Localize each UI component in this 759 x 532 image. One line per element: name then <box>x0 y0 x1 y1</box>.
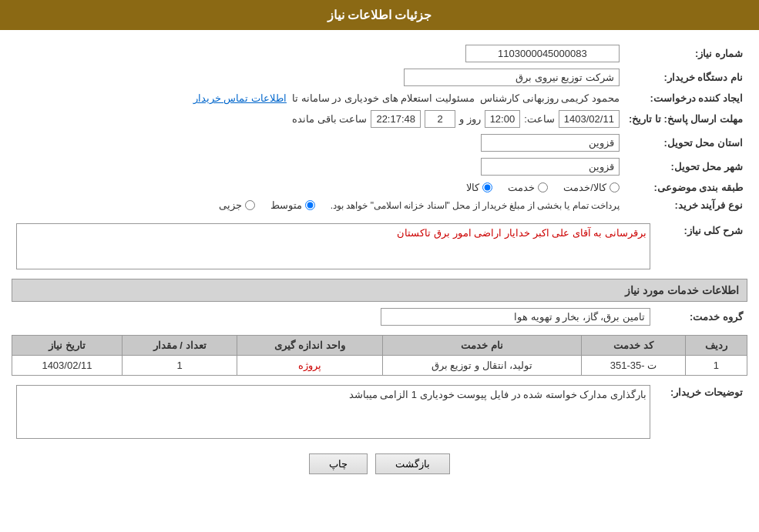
col-header-name: نام خدمت <box>382 336 581 356</box>
need-desc-table: شرح کلی نیاز: برقرسانی به آقای علی اکبر … <box>12 220 747 273</box>
province-value: قزوین <box>12 131 624 155</box>
bottom-buttons: بازگشت چاپ <box>12 453 747 474</box>
col-header-date: تاریخ نیاز <box>12 336 123 356</box>
send-remaining-label: ساعت باقی مانده <box>292 113 367 125</box>
send-time-label: ساعت: <box>524 113 555 125</box>
purchase-type-value: پرداخت تمام یا بخشی از مبلغ خریدار از مح… <box>12 196 624 214</box>
send-date-field: 1403/02/11 <box>559 110 620 128</box>
purchase-type-radio-jozei[interactable]: جزیی <box>219 199 255 211</box>
col-header-qty: تعداد / مقدار <box>122 336 237 356</box>
row-date: 1403/02/11 <box>12 356 123 376</box>
buyer-desc-table: توضیحات خریدار: بارگذاری مدارک خواسته شد… <box>12 382 747 442</box>
buyer-desc-area: بارگذاری مدارک خواسته شده در فایل پیوست … <box>16 385 650 439</box>
purchase-type-radio-motavaset-input[interactable] <box>305 200 315 210</box>
purchase-type-desc: پرداخت تمام یا بخشی از مبلغ خریدار از مح… <box>331 200 620 211</box>
need-number-label: شماره نیاز: <box>624 42 747 65</box>
category-khedmat-label: خدمت <box>508 182 535 193</box>
category-radio-khedmat[interactable]: خدمت <box>508 182 548 193</box>
category-kala-khedmat-label: کالا/خدمت <box>563 182 606 193</box>
need-desc-value: برقرسانی به آقای علی اکبر خدایار اراضی ا… <box>12 220 655 273</box>
purchase-type-jozei-label: جزیی <box>219 199 242 211</box>
service-group-value: تامین برق، گاز، بخار و تهویه هوا <box>12 305 655 329</box>
purchase-type-radio-motavaset[interactable]: متوسط <box>270 199 315 211</box>
col-header-row: ردیف <box>685 336 747 356</box>
creator-value: محمود کریمی روزبهانی کارشناس مسئولیت است… <box>12 89 624 107</box>
page-container: جزئیات اطلاعات نیاز شماره نیاز: 11030000… <box>0 0 759 532</box>
back-button[interactable]: بازگشت <box>375 453 450 474</box>
category-label: طبقه بندی موضوعی: <box>624 179 747 196</box>
page-header: جزئیات اطلاعات نیاز <box>0 0 759 30</box>
service-group-label: گروه خدمت: <box>655 305 747 329</box>
send-time-field: 12:00 <box>485 110 521 128</box>
need-desc-area: برقرسانی به آقای علی اکبر خدایار اراضی ا… <box>16 223 650 269</box>
category-kala-label: کالا <box>466 182 479 193</box>
buyer-org-field: شرکت توزیع نیروی برق <box>404 69 620 86</box>
print-button[interactable]: چاپ <box>309 453 368 474</box>
table-row: 1 ت -35-351 تولید، انتقال و توزیع برق پر… <box>12 356 747 376</box>
category-radio-kala-khedmat-input[interactable] <box>610 182 620 192</box>
row-code: ت -35-351 <box>582 356 686 376</box>
need-number-value: 1103000045000083 <box>12 42 624 65</box>
purchase-type-label: نوع فرآیند خرید: <box>624 196 747 214</box>
category-radio-kala[interactable]: کالا <box>466 182 492 193</box>
city-value: قزوین <box>12 155 624 179</box>
send-deadline-value: 1403/02/11 ساعت: 12:00 روز و 2 22:17:48 … <box>12 107 624 131</box>
need-desc-text: برقرسانی به آقای علی اکبر خدایار اراضی ا… <box>397 227 646 239</box>
row-name: تولید، انتقال و توزیع برق <box>382 356 581 376</box>
send-days-field: 2 <box>425 110 455 128</box>
col-header-code: کد خدمت <box>582 336 686 356</box>
creator-label: ایجاد کننده درخواست: <box>624 89 747 107</box>
purchase-type-motavaset-label: متوسط <box>270 199 302 211</box>
buyer-org-label: نام دستگاه خریدار: <box>624 65 747 89</box>
send-remaining-field: 22:17:48 <box>371 110 421 128</box>
city-label: شهر محل تحویل: <box>624 155 747 179</box>
services-section-header: اطلاعات خدمات مورد نیاز <box>12 279 747 302</box>
category-value: کالا/خدمت خدمت کالا <box>12 179 624 196</box>
category-radio-kala-input[interactable] <box>482 182 492 192</box>
need-desc-label: شرح کلی نیاز: <box>655 220 747 273</box>
send-deadline-label: مهلت ارسال پاسخ: تا تاریخ: <box>624 107 747 131</box>
need-number-field: 1103000045000083 <box>465 45 620 62</box>
province-label: استان محل تحویل: <box>624 131 747 155</box>
contact-link[interactable]: اطلاعات تماس خریدار <box>193 92 287 104</box>
info-table-top: شماره نیاز: 1103000045000083 نام دستگاه … <box>12 42 747 214</box>
main-content: شماره نیاز: 1103000045000083 نام دستگاه … <box>0 38 759 478</box>
category-radio-kala-khedmat[interactable]: کالا/خدمت <box>563 182 620 193</box>
send-days-label: روز و <box>459 113 481 125</box>
creator-desc: مسئولیت استعلام های خودیاری در سامانه تا <box>292 92 475 104</box>
creator-name: محمود کریمی روزبهانی کارشناس <box>480 92 620 104</box>
buyer-desc-value: بارگذاری مدارک خواسته شده در فایل پیوست … <box>12 382 655 442</box>
service-group-table: گروه خدمت: تامین برق، گاز، بخار و تهویه … <box>12 305 747 329</box>
page-title: جزئیات اطلاعات نیاز <box>327 8 432 22</box>
buyer-desc-label: توضیحات خریدار: <box>655 382 747 442</box>
category-radio-khedmat-input[interactable] <box>538 182 548 192</box>
city-field: قزوین <box>481 158 620 176</box>
service-group-field: تامین برق، گاز، بخار و تهویه هوا <box>381 308 650 326</box>
row-unit: پروژه <box>237 356 382 376</box>
col-header-unit: واحد اندازه گیری <box>237 336 382 356</box>
purchase-type-radio-jozei-input[interactable] <box>245 200 255 210</box>
row-num: 1 <box>685 356 747 376</box>
province-field: قزوین <box>481 134 620 152</box>
services-table: ردیف کد خدمت نام خدمت واحد اندازه گیری ت… <box>12 335 747 376</box>
row-qty: 1 <box>122 356 237 376</box>
buyer-desc-text: بارگذاری مدارک خواسته شده در فایل پیوست … <box>349 389 646 400</box>
buyer-org-value: شرکت توزیع نیروی برق <box>12 65 624 89</box>
